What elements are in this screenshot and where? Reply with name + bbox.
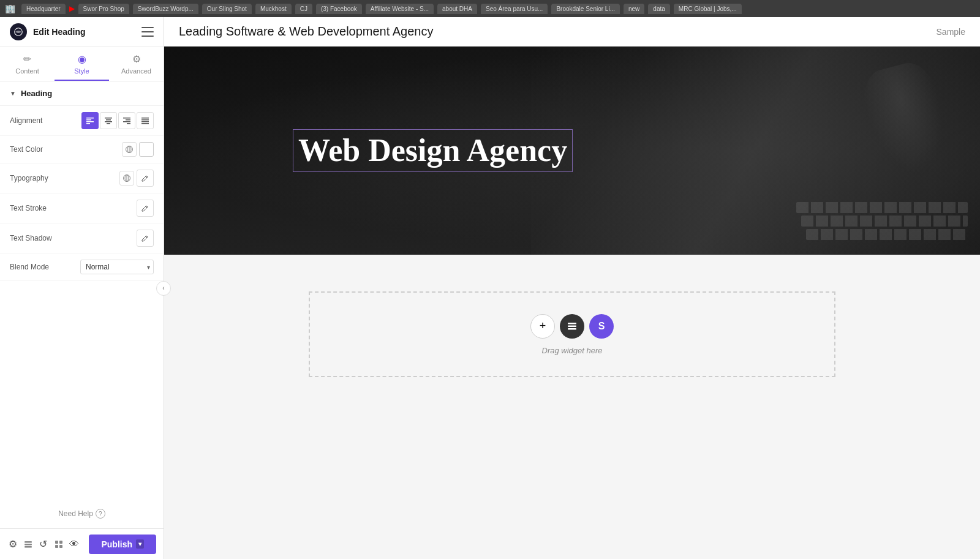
svg-rect-2 [86, 119, 91, 121]
text-stroke-edit-button[interactable] [137, 200, 154, 217]
panel-collapse-handle[interactable]: ‹ [156, 281, 171, 296]
left-panel: Edit Heading ✏ Content ◉ Style ⚙ Advance… [0, 17, 164, 559]
app-container: Edit Heading ✏ Content ◉ Style ⚙ Advance… [0, 17, 980, 559]
tab-style[interactable]: ◉ Style [55, 47, 109, 81]
svg-rect-7 [105, 121, 112, 122]
svg-rect-12 [127, 123, 130, 124]
text-shadow-row: Text Shadow [0, 223, 164, 253]
heading-section-header[interactable]: ▼ Heading [0, 81, 164, 106]
svg-rect-34 [568, 325, 576, 327]
svg-rect-26 [24, 541, 32, 543]
browser-tab[interactable]: CJ [295, 4, 312, 14]
typography-row: Typography [0, 163, 164, 193]
alignment-row: Alignment [0, 106, 164, 136]
publish-button[interactable]: Publish ▾ [89, 535, 156, 554]
text-color-row: Text Color [0, 136, 164, 163]
heading-section-label: Heading [21, 89, 52, 98]
svg-rect-1 [86, 118, 94, 119]
help-icon: ? [96, 509, 105, 519]
svg-rect-16 [141, 123, 149, 124]
align-center-button[interactable] [100, 112, 117, 129]
align-justify-button[interactable] [137, 112, 154, 129]
hero-section: Web Design Agency [164, 47, 980, 255]
browser-tab[interactable]: Our Sling Shot [202, 4, 252, 14]
text-color-label: Text Color [10, 145, 122, 154]
svg-rect-29 [55, 541, 58, 544]
text-color-swatch[interactable] [139, 142, 154, 157]
need-help-label: Need Help [58, 509, 93, 518]
browser-tab-bar: 🏢 Headquarter ▶ Swor Pro Shop SwordBuzz … [0, 0, 980, 17]
text-shadow-edit-button[interactable] [137, 230, 154, 247]
need-help-link[interactable]: Need Help ? [0, 499, 164, 528]
site-title: Leading Software & Web Development Agenc… [179, 24, 433, 39]
browser-tab[interactable]: MRC Global | Jobs,... [674, 4, 742, 14]
browser-tab[interactable]: new [624, 4, 644, 14]
canvas-top-bar: Leading Software & Web Development Agenc… [164, 17, 980, 47]
wordpress-logo [10, 23, 27, 40]
svg-rect-11 [123, 121, 130, 122]
browser-tab[interactable]: (3) Facebook [316, 4, 362, 14]
text-shadow-label: Text Shadow [10, 234, 137, 242]
settings-toolbar-icon[interactable]: ⚙ [7, 535, 18, 554]
typography-global-button[interactable] [119, 171, 134, 186]
svg-rect-6 [106, 119, 111, 121]
svg-rect-10 [126, 119, 130, 121]
canvas-content: Web Design Agency + S Drag widget here [164, 47, 980, 559]
sample-link[interactable]: Sample [937, 27, 965, 37]
template-toolbar-icon[interactable] [53, 535, 64, 554]
hero-heading-wrapper[interactable]: Web Design Agency [293, 129, 573, 172]
panel-title: Edit Heading [33, 27, 86, 37]
align-right-button[interactable] [118, 112, 135, 129]
panel-header-left: Edit Heading [10, 23, 86, 40]
menu-icon[interactable] [141, 27, 154, 37]
blend-mode-select[interactable]: Normal Multiply Screen Overlay Darken Li… [80, 260, 154, 274]
typography-label: Typography [10, 174, 119, 182]
text-stroke-row: Text Stroke [0, 193, 164, 223]
svg-rect-32 [59, 545, 62, 548]
panel-header: Edit Heading [0, 17, 164, 47]
align-left-button[interactable] [81, 112, 99, 129]
templates-button[interactable] [560, 314, 584, 339]
blend-mode-controls: Normal Multiply Screen Overlay Darken Li… [80, 260, 154, 274]
preview-toolbar-icon[interactable]: 👁 [69, 535, 79, 554]
publish-dropdown-arrow[interactable]: ▾ [136, 539, 144, 549]
section-collapse-arrow: ▼ [10, 90, 16, 97]
hero-heading: Web Design Agency [298, 132, 567, 169]
text-color-controls [122, 142, 154, 157]
alignment-label: Alignment [10, 116, 81, 125]
svg-rect-27 [24, 544, 32, 546]
specialwidget-button[interactable]: S [589, 314, 614, 339]
typography-controls [119, 170, 154, 187]
browser-tab[interactable]: Affiliate Website - S... [366, 4, 434, 14]
svg-rect-15 [141, 121, 149, 122]
empty-widget-area: + S Drag widget here [309, 291, 835, 377]
alignment-controls [81, 112, 154, 129]
advanced-tab-label: Advanced [121, 67, 151, 75]
tab-advanced[interactable]: ⚙ Advanced [109, 47, 164, 81]
svg-rect-14 [141, 119, 149, 121]
bottom-toolbar: ⚙ ↺ 👁 Publish ▾ [0, 528, 164, 559]
widget-actions: + S [530, 314, 614, 339]
text-shadow-controls [137, 230, 154, 247]
browser-tab[interactable]: Muckhost [255, 4, 292, 14]
browser-tab[interactable]: Brookdale Senior Li... [551, 4, 620, 14]
content-tab-label: Content [15, 67, 39, 75]
history-toolbar-icon[interactable]: ↺ [38, 535, 48, 554]
browser-tab[interactable]: about DHA [437, 4, 477, 14]
browser-tab[interactable]: data [648, 4, 669, 14]
typography-edit-button[interactable] [137, 170, 154, 187]
svg-rect-3 [86, 121, 94, 122]
svg-rect-33 [568, 323, 576, 325]
layers-toolbar-icon[interactable] [23, 535, 33, 554]
add-widget-button[interactable]: + [530, 314, 555, 339]
text-color-global-button[interactable] [122, 142, 137, 157]
svg-rect-31 [55, 545, 58, 548]
content-tab-icon: ✏ [23, 53, 31, 65]
svg-rect-30 [59, 541, 62, 544]
browser-tab[interactable]: Headquarter [21, 4, 66, 14]
browser-tab[interactable]: SwordBuzz Wordp... [133, 4, 198, 14]
blend-mode-label: Blend Mode [10, 263, 80, 271]
tab-content[interactable]: ✏ Content [0, 47, 55, 81]
browser-tab[interactable]: Seo Área para Usu... [481, 4, 548, 14]
browser-tab[interactable]: Swor Pro Shop [78, 4, 129, 14]
